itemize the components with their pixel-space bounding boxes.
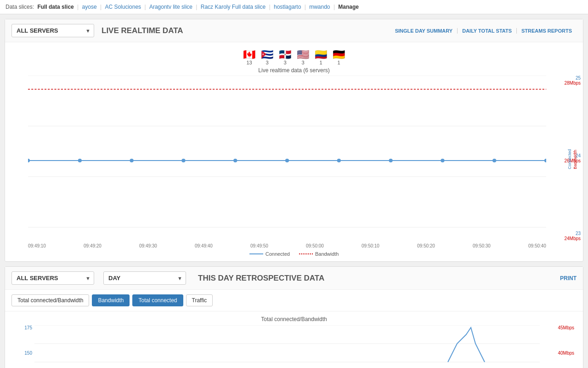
retro-server-select[interactable]: ALL SERVERS	[11, 271, 94, 285]
nav-streams-reports[interactable]: STREAMS REPORTS	[516, 28, 577, 34]
live-chart-svg	[28, 75, 546, 241]
bandwidth-axis-label: Bandwidth	[573, 149, 577, 169]
slice-racz[interactable]: Racz Karoly Full data slice	[201, 4, 266, 10]
live-chart-title: Live realtime data (6 servers)	[5, 67, 583, 74]
filter-bandwidth[interactable]: Bandwidth	[92, 294, 130, 306]
filter-buttons: Total connected/Bandwidth Bandwidth Tota…	[5, 290, 583, 311]
retro-label-45: 45Mbps	[547, 325, 574, 330]
svg-point-6	[233, 159, 237, 162]
live-server-select-wrapper: ALL SERVERS ▼	[11, 24, 94, 37]
connected-axis-label: Connected	[567, 149, 572, 169]
nav-daily-total[interactable]: DAILY TOTAL STATS	[457, 28, 516, 34]
retro-section-header: ALL SERVERS ▼ DAY ▼ THIS DAY RETROSPECTI…	[5, 267, 583, 290]
retro-chart-svg	[34, 325, 540, 368]
retro-section-title: THIS DAY RETROSPECTIVE DATA	[198, 274, 555, 283]
retro-period-select-wrapper: DAY ▼	[103, 271, 186, 285]
slice-aragontv[interactable]: Aragontv lite slice	[149, 4, 192, 10]
svg-point-12	[544, 159, 546, 162]
retro-chart-area: Total connected/Bandwidth 45Mbps 40Mbps …	[5, 311, 583, 368]
retro-left-labels: 175 150 125	[11, 325, 32, 368]
slice-ayose[interactable]: ayose	[82, 4, 97, 10]
live-section: ALL SERVERS ▼ LIVE REALTIME DATA SINGLE …	[5, 19, 583, 262]
label-bandwidth-24: 24Mbps	[553, 236, 581, 241]
filter-traffic[interactable]: Traffic	[186, 294, 213, 306]
slice-full-data[interactable]: Full data slice	[37, 4, 74, 10]
flag-us: 🇺🇸 3	[297, 50, 309, 65]
slice-mwando[interactable]: mwando	[309, 4, 330, 10]
nav-single-day[interactable]: SINGLE DAY SUMMARY	[390, 28, 458, 34]
svg-point-2	[28, 159, 30, 162]
svg-point-9	[389, 159, 392, 162]
flag-co: 🇨🇴 1	[315, 50, 327, 65]
axis-labels: Connected Bandwidth	[567, 149, 577, 169]
retro-label-150: 150	[11, 351, 32, 356]
svg-point-5	[181, 159, 185, 162]
slice-manage[interactable]: Manage	[338, 4, 359, 10]
svg-point-7	[285, 159, 289, 162]
retro-section: ALL SERVERS ▼ DAY ▼ THIS DAY RETROSPECTI…	[5, 266, 583, 368]
data-slices-label: Data slices:	[6, 4, 34, 10]
data-slices-bar: Data slices: Full data slice | ayose | A…	[0, 0, 588, 14]
svg-point-8	[337, 159, 341, 162]
svg-point-3	[78, 159, 82, 162]
retro-label-40: 40Mbps	[547, 351, 574, 356]
svg-point-4	[130, 159, 133, 162]
label-connected-23: 23	[553, 231, 581, 236]
label-connected-25: 25	[553, 75, 581, 80]
flags-row: 🇨🇦 13 🇨🇺 3 🇩🇴 3 🇺🇸 3 🇨🇴 1 🇩🇪 1	[5, 50, 583, 65]
filter-total-connected[interactable]: Total connected	[132, 294, 183, 306]
retro-label-175: 175	[11, 325, 32, 330]
x-axis-labels: 09:49:10 09:49:20 09:49:30 09:49:40 09:4…	[5, 242, 551, 249]
live-nav: SINGLE DAY SUMMARY DAILY TOTAL STATS STR…	[390, 28, 577, 34]
print-button[interactable]: PRINT	[560, 275, 577, 282]
flag-de: 🇩🇪 1	[333, 50, 345, 65]
live-section-header: ALL SERVERS ▼ LIVE REALTIME DATA SINGLE …	[5, 19, 583, 42]
filter-total-connected-bandwidth[interactable]: Total connected/Bandwidth	[11, 294, 89, 306]
retro-chart-title: Total connected/Bandwidth	[11, 316, 577, 322]
retro-period-select[interactable]: DAY	[103, 271, 186, 285]
retro-server-select-wrapper: ALL SERVERS ▼	[11, 271, 94, 285]
live-section-title: LIVE REALTIME DATA	[102, 26, 390, 35]
legend-bandwidth: Bandwidth	[299, 251, 339, 257]
live-chart-area: 🇨🇦 13 🇨🇺 3 🇩🇴 3 🇺🇸 3 🇨🇴 1 🇩🇪 1	[5, 42, 583, 261]
live-chart-legend: Connected Bandwidth	[5, 251, 583, 257]
flag-do: 🇩🇴 3	[279, 50, 291, 65]
flag-ca: 🇨🇦 13	[243, 50, 255, 65]
flag-cu: 🇨🇺 3	[261, 50, 273, 65]
slice-ac-soluciones[interactable]: AC Soluciones	[105, 4, 141, 10]
slice-hostlagarto[interactable]: hostlagarto	[274, 4, 301, 10]
retro-right-labels: 45Mbps 40Mbps 35Mbps	[547, 325, 574, 368]
svg-point-11	[492, 159, 496, 162]
live-server-select[interactable]: ALL SERVERS	[11, 24, 94, 37]
legend-connected: Connected	[249, 251, 290, 257]
label-bandwidth-28: 28Mbps	[553, 80, 581, 86]
svg-point-10	[441, 159, 444, 162]
